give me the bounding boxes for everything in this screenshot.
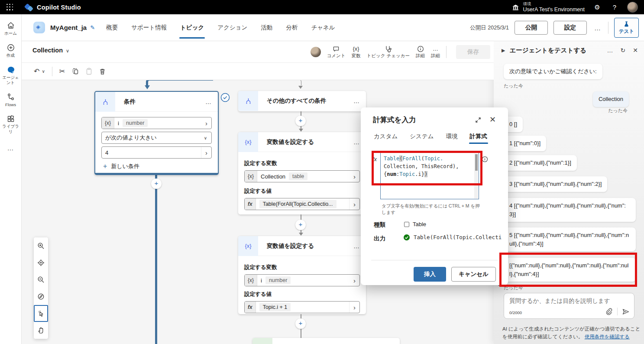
topic-name-dropdown[interactable]: Collection∨: [32, 47, 69, 54]
test-agent-button[interactable]: テスト: [614, 18, 639, 38]
delete-button[interactable]: [99, 68, 106, 75]
sidebar-item-home[interactable]: ホーム: [1, 19, 21, 38]
comments-button[interactable]: コメント: [327, 45, 346, 59]
variables-button[interactable]: {x} 変数: [352, 45, 361, 59]
help-icon[interactable]: ?: [610, 3, 619, 11]
panel-more-button[interactable]: …: [607, 47, 613, 54]
field-label: 設定する値: [244, 188, 360, 195]
restart-conversation-icon[interactable]: ↻: [621, 47, 626, 54]
topic-checker-button[interactable]: トピック チェッカー: [367, 45, 410, 59]
tab-support[interactable]: サポート情報: [130, 14, 168, 41]
undo-button[interactable]: ↶∨: [34, 67, 45, 75]
reset-view-button[interactable]: [34, 288, 48, 305]
connector-selected-vertical: [155, 175, 157, 344]
new-condition-button[interactable]: + 新しい条件: [103, 162, 212, 170]
add-node-button[interactable]: +: [295, 116, 306, 126]
sidebar-item-create[interactable]: 作成: [1, 42, 21, 60]
tab-channels[interactable]: チャネル: [310, 14, 336, 41]
condition-variable-field[interactable]: {x} i number ›: [101, 117, 212, 129]
zoom-in-button[interactable]: [34, 237, 48, 254]
paste-button[interactable]: [86, 68, 92, 75]
user-avatar[interactable]: [627, 2, 638, 13]
set-variable-node-1[interactable]: {x} 変数値を設定する … 設定する変数 {x} Collection tab…: [238, 132, 366, 214]
terms-link[interactable]: 使用条件を確認する: [585, 334, 630, 339]
tab-actions[interactable]: アクション: [217, 14, 248, 41]
details-more-button[interactable]: … 詳細: [431, 45, 440, 59]
set-variable-node-2[interactable]: {x} 変数値を設定する … 設定する変数 {x} i number › 設定す…: [238, 236, 366, 314]
chat-input[interactable]: [504, 293, 634, 308]
node-more-button[interactable]: …: [353, 139, 360, 146]
setvar1-value-field[interactable]: fx Table(ForAll(Topic.Collectio... ›: [244, 198, 360, 210]
environment-picker[interactable]: 環境 UserA Test's Environment: [512, 2, 585, 13]
agent-tabs: 概要 サポート情報 トピック アクション 活動 分析 チャネル: [105, 14, 336, 41]
setvar2-value-field[interactable]: fx Topic.i + 1 ›: [244, 301, 360, 313]
copy-button[interactable]: [72, 68, 79, 75]
details-info-button[interactable]: 詳細: [416, 45, 425, 59]
condition-value-field[interactable]: 4 ›: [101, 146, 212, 159]
branch-icon: [238, 91, 258, 111]
publish-button[interactable]: 公開: [515, 21, 548, 35]
formula-scrollbar[interactable]: [474, 153, 478, 198]
node-more-button[interactable]: …: [353, 243, 360, 250]
dialog-tab-system[interactable]: システム: [410, 133, 434, 144]
sidebar-item-agents[interactable]: エージェント: [1, 64, 21, 87]
close-panel-icon[interactable]: ✕: [633, 47, 638, 54]
tab-analytics[interactable]: 分析: [285, 14, 298, 41]
add-node-button[interactable]: +: [151, 178, 162, 189]
waffle-menu-icon[interactable]: [6, 4, 13, 11]
setvar2-variable-field[interactable]: {x} i number ›: [244, 274, 360, 286]
select-tool-button[interactable]: [34, 305, 48, 322]
dialog-title: 計算式を入力: [373, 115, 416, 125]
zoom-out-button[interactable]: [34, 271, 48, 288]
dialog-tab-formula[interactable]: 計算式: [470, 133, 488, 144]
formula-code: Table(ForAll(Topic.Collection, ThisRecor…: [384, 155, 472, 178]
formula-editor[interactable]: Table(ForAll(Topic.Collection, ThisRecor…: [380, 153, 479, 199]
connector-arrow: [298, 86, 303, 89]
all-other-conditions-node[interactable]: その他のすべての条件 …: [238, 91, 366, 111]
sidebar-more-button[interactable]: …: [7, 144, 14, 152]
condition-operator-dropdown[interactable]: が次の値より大きい ∨: [101, 132, 212, 144]
connector-selected: [146, 80, 213, 85]
copy-icon: [72, 68, 79, 75]
setvar1-variable-field[interactable]: {x} Collection table ›: [244, 170, 360, 182]
node-title: その他のすべての条件: [267, 97, 353, 105]
formula-info-icon[interactable]: [482, 156, 488, 164]
send-icon[interactable]: [622, 308, 630, 315]
tab-topics[interactable]: トピック: [179, 14, 205, 41]
header-more-button[interactable]: …: [592, 24, 602, 32]
condition-node[interactable]: 条件 … {x} i number › が次の値より大きい ∨ 4 ›: [94, 91, 219, 175]
node-title: 条件: [124, 98, 205, 106]
collapse-panel-icon[interactable]: ▶: [502, 48, 505, 53]
chevron-right-icon: ›: [349, 198, 359, 210]
edit-badge-icon[interactable]: ✎: [90, 24, 95, 31]
save-button[interactable]: 保存: [456, 45, 490, 59]
add-node-button[interactable]: +: [295, 220, 306, 230]
pan-tool-button[interactable]: [34, 322, 48, 339]
chevron-right-icon: ›: [350, 275, 359, 286]
settings-gear-icon[interactable]: ⚙: [592, 3, 602, 11]
settings-button[interactable]: 設定: [553, 21, 587, 35]
dialog-tab-environment[interactable]: 環境: [446, 133, 458, 144]
attachment-icon[interactable]: [605, 308, 613, 315]
node-title: 変数値を設定する: [267, 138, 353, 146]
center-canvas-button[interactable]: [34, 254, 48, 271]
cut-button[interactable]: ✂: [59, 67, 65, 75]
bot-message: 次の意味でよいかご確認ください:: [504, 64, 602, 79]
cancel-button[interactable]: キャンセル: [451, 267, 496, 282]
partial-node[interactable]: [252, 338, 400, 344]
copilot-studio-logo-icon: [25, 3, 32, 11]
connector: [213, 80, 301, 85]
sidebar-item-flows[interactable]: Flows: [1, 91, 21, 109]
node-more-button[interactable]: …: [205, 98, 212, 105]
dialog-tab-custom[interactable]: カスタム: [374, 133, 398, 144]
tab-overview[interactable]: 概要: [105, 14, 119, 41]
field-label: 設定する変数: [244, 160, 360, 167]
node-more-button[interactable]: …: [353, 97, 360, 104]
expand-dialog-icon[interactable]: [475, 117, 481, 125]
insert-button[interactable]: 挿入: [414, 267, 446, 282]
tab-activity[interactable]: 活動: [260, 14, 273, 41]
top-app-bar: Copilot Studio 環境 UserA Test's Environme…: [0, 0, 644, 14]
add-node-button[interactable]: +: [295, 318, 306, 329]
sidebar-item-library[interactable]: ライブラリ: [1, 113, 21, 136]
close-dialog-icon[interactable]: ✕: [489, 115, 496, 124]
